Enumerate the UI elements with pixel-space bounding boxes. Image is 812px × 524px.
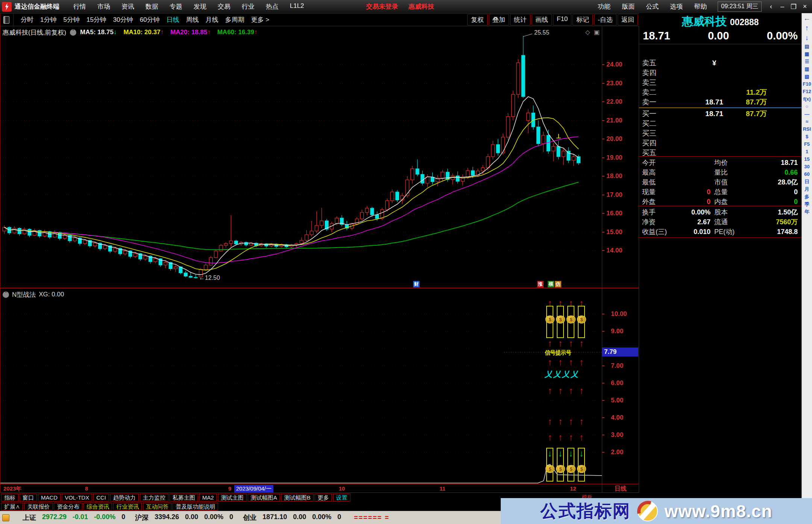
strip-icon[interactable]: 年	[804, 209, 809, 214]
period-tab[interactable]: 分时	[17, 15, 37, 24]
window-icon[interactable]: ▣	[594, 29, 600, 36]
stock-shortcut[interactable]: 惠威科技	[409, 2, 434, 11]
chart-tool-button[interactable]: 统计	[510, 14, 530, 26]
panel-tab[interactable]: 普及版功能说明	[173, 503, 218, 510]
indicator-tab[interactable]: 测试幅图B	[281, 494, 314, 501]
menu-item[interactable]: 热点	[260, 2, 284, 11]
strip-icon[interactable]: ▤	[804, 44, 809, 49]
chart-tool-button[interactable]: 标记	[573, 14, 593, 26]
period-tab[interactable]: 30分钟	[110, 15, 136, 24]
pane-divider[interactable]	[0, 288, 639, 288]
menu-item[interactable]: 发现	[188, 2, 212, 11]
maximize-button[interactable]: ❐	[788, 3, 799, 11]
strip-icon[interactable]: 1	[806, 149, 808, 154]
strip-icon[interactable]: RSI	[803, 127, 811, 131]
chart-tool-button[interactable]: -自选	[594, 14, 617, 26]
strip-icon[interactable]: 月	[804, 187, 809, 192]
menu-item[interactable]: 资讯	[116, 2, 140, 11]
strip-icon[interactable]: ▧	[804, 74, 809, 79]
strip-icon[interactable]: 15	[804, 157, 809, 162]
split-window-icon[interactable]	[3, 16, 9, 24]
login-status[interactable]: 交易未登录	[366, 2, 398, 11]
period-tab[interactable]: 15分钟	[83, 15, 110, 24]
menu-item[interactable]: 数据	[140, 2, 164, 11]
strip-icon[interactable]: ↑	[805, 24, 809, 32]
chart-tool-button[interactable]: 复权	[467, 14, 488, 26]
collapse-icon[interactable]: ˇ	[70, 29, 76, 36]
indicator-tab[interactable]: 私募主图	[170, 494, 198, 501]
collapse-icon[interactable]: ˇ	[3, 291, 9, 298]
strip-icon[interactable]: ▦	[804, 51, 809, 56]
menu-item[interactable]: 市场	[92, 2, 116, 11]
panel-tab[interactable]: 综合资讯	[83, 503, 112, 510]
strip-icon[interactable]: ▥	[804, 66, 809, 71]
indicator-tab[interactable]: MACD	[38, 494, 61, 501]
panel-tab[interactable]: 关联报价	[24, 503, 53, 510]
index-quote[interactable]: 沪深3394.260.000.00%0	[125, 513, 233, 522]
strip-icon[interactable]: f(x)	[803, 97, 810, 101]
period-tab[interactable]: 5分钟	[60, 15, 83, 24]
indicator-tab[interactable]: VOL-TDX	[62, 494, 92, 501]
strip-icon[interactable]: ○	[806, 104, 809, 109]
menu-item[interactable]: 公式	[640, 2, 664, 11]
strip-icon[interactable]: 日	[804, 179, 809, 184]
menu-item[interactable]: L1L2	[284, 2, 310, 11]
indicator-tab[interactable]: 趋势动力	[110, 494, 139, 501]
indicator-tab[interactable]: 测试主图	[218, 494, 247, 501]
diamond-icon[interactable]: ◇	[585, 29, 590, 36]
strip-icon[interactable]: F12	[803, 89, 811, 94]
index-quote[interactable]: 上证2972.29-0.01-0.00%0	[13, 513, 125, 522]
indicator-tab[interactable]: 窗口	[20, 494, 37, 501]
panel-tab[interactable]: 资金分布	[54, 503, 82, 510]
menu-item[interactable]: 专题	[164, 2, 188, 11]
menu-item[interactable]: 行业	[236, 2, 260, 11]
period-tab[interactable]: 周线	[183, 15, 202, 24]
period-tab[interactable]: 月线	[202, 15, 222, 24]
chart-tool-button[interactable]: 返回	[618, 14, 638, 26]
indicator-tab[interactable]: 主力监控	[140, 494, 168, 501]
chart-tool-button[interactable]: 叠加	[489, 14, 509, 26]
money-bag-icon: $	[556, 465, 565, 473]
indicator-chart[interactable]	[0, 301, 602, 484]
menu-item[interactable]: 版面	[616, 2, 640, 11]
chart-tool-button[interactable]: F10	[553, 14, 571, 26]
period-tab[interactable]: 日线	[163, 15, 183, 24]
minimize-button[interactable]: –	[777, 3, 788, 11]
period-tab[interactable]: 更多 >	[248, 15, 273, 24]
candlestick-chart[interactable]	[0, 26, 602, 288]
indicator-tab[interactable]: MA2	[199, 494, 217, 501]
strip-icon[interactable]: 30	[804, 164, 809, 169]
queue-label: 卖二	[642, 88, 656, 97]
period-tab[interactable]: 多周期	[222, 15, 248, 24]
strip-icon[interactable]: 60	[804, 172, 809, 177]
menu-item[interactable]: 功能	[592, 2, 616, 11]
indicator-tab[interactable]: 指标	[1, 494, 18, 501]
strip-icon[interactable]: ↓	[805, 34, 809, 41]
indicator-tab[interactable]: 测试幅图A	[248, 494, 280, 501]
strip-icon[interactable]: —	[804, 112, 809, 116]
menu-item[interactable]: 选项	[664, 2, 688, 11]
back-button[interactable]: ‹	[765, 3, 777, 11]
strip-icon[interactable]: ≈	[806, 119, 808, 124]
menu-item[interactable]: 帮助	[688, 2, 712, 11]
panel-tab[interactable]: 扩展∧	[1, 503, 23, 510]
strip-icon[interactable]: ←	[803, 15, 810, 22]
period-tab[interactable]: 60分钟	[136, 15, 163, 24]
indicator-tab[interactable]: 设置	[333, 494, 350, 501]
period-tab[interactable]: 1分钟	[37, 15, 60, 24]
indicator-tab[interactable]: CCI	[93, 494, 109, 501]
close-button[interactable]: ×	[799, 3, 810, 11]
menu-item[interactable]: 交易	[212, 2, 236, 11]
indicator-tab[interactable]: 更多	[315, 494, 332, 501]
index-quote[interactable]: 创业1871.100.000.00%0	[233, 513, 341, 522]
menu-item[interactable]: 行情	[68, 2, 92, 11]
strip-icon[interactable]: $	[806, 134, 808, 139]
panel-tab[interactable]: 行业资讯	[113, 503, 142, 510]
strip-icon[interactable]: F10	[803, 82, 811, 86]
strip-icon[interactable]: ☰	[805, 59, 809, 64]
panel-tab[interactable]: 互动问答	[143, 503, 171, 510]
strip-icon[interactable]: F5	[804, 142, 810, 146]
strip-icon[interactable]: 多	[804, 194, 809, 199]
chart-tool-button[interactable]: 画线	[532, 14, 552, 26]
strip-icon[interactable]: 季	[804, 202, 809, 207]
